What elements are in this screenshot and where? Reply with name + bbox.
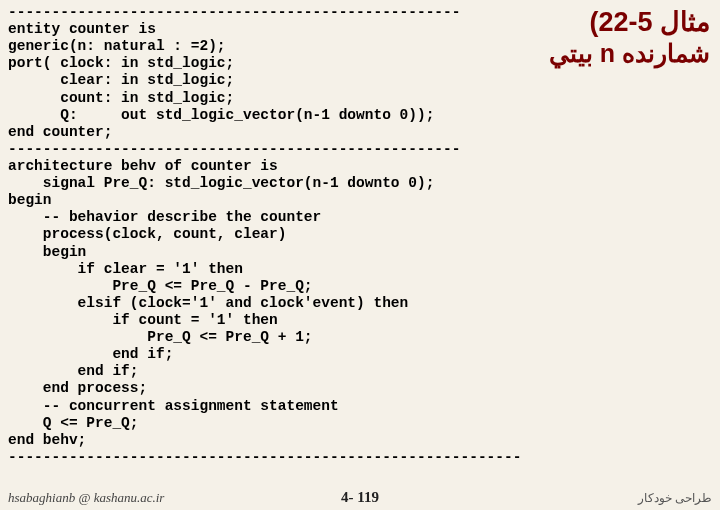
title-line-1: مثال 5-22) xyxy=(549,8,710,38)
slide-container: مثال 5-22) شمارنده n بيتي --------------… xyxy=(0,0,720,510)
vhdl-code-block: ----------------------------------------… xyxy=(8,4,712,466)
slide-title: مثال 5-22) شمارنده n بيتي xyxy=(549,8,710,67)
footer-course-name: طراحی خودکار xyxy=(638,491,712,506)
footer: hsabaghianb @ kashanu.ac.ir 4- 119 طراحی… xyxy=(0,488,720,506)
footer-page-number: 4- 119 xyxy=(0,489,720,506)
title-line-2: شمارنده n بيتي xyxy=(549,40,710,68)
